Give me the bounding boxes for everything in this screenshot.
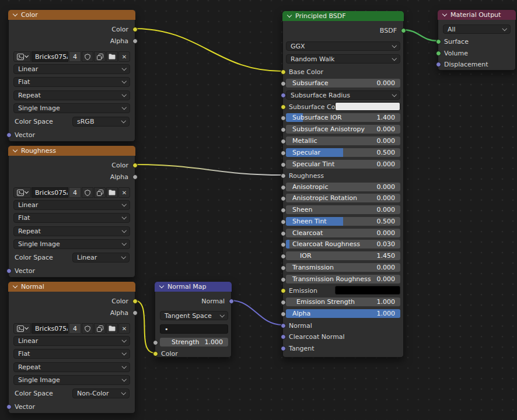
collapse-chevron-icon[interactable] [13, 284, 18, 288]
strength-slider[interactable]: Strength 1.000 [160, 338, 228, 346]
socket-volume-input[interactable] [436, 51, 441, 56]
socket-sheen-input[interactable] [281, 208, 286, 213]
socket-transmission-input[interactable] [281, 265, 286, 271]
socket-vector-input[interactable] [6, 404, 12, 410]
socket-subsurface-ior-input[interactable] [281, 116, 286, 121]
transmission-slider[interactable]: Transmission 0.000 [286, 263, 400, 272]
color-space-select[interactable]: Non-Color [72, 388, 130, 398]
node-header[interactable]: Roughness [8, 146, 135, 156]
subsurface-method-select[interactable]: Random Walk [286, 54, 400, 64]
socket-anisotropic-rotation-input[interactable] [281, 196, 286, 201]
duplicate-button[interactable] [94, 51, 106, 62]
transmission-roughness-slider[interactable]: Transmission Roughness 0.000 [286, 275, 400, 284]
node-normal-map[interactable]: Normal Map Normal Tangent Space • Streng… [155, 282, 232, 358]
node-header[interactable]: Normal Map [155, 282, 232, 292]
collapse-chevron-icon[interactable] [442, 12, 447, 16]
node-header[interactable]: Normal [8, 282, 135, 292]
unlink-button[interactable]: ✕ [118, 323, 130, 334]
socket-normal-input[interactable] [281, 323, 286, 328]
image-browse-button[interactable] [13, 51, 31, 62]
fake-user-button[interactable] [82, 323, 93, 334]
socket-roughness-input[interactable] [281, 173, 286, 178]
sheen-slider[interactable]: Sheen 0.000 [286, 205, 400, 214]
socket-normal-output[interactable] [229, 299, 234, 304]
extension-select[interactable]: Repeat [13, 362, 130, 372]
socket-emission-input[interactable] [281, 288, 286, 293]
metallic-slider[interactable]: Metallic 0.000 [286, 136, 400, 145]
node-image-texture-color[interactable]: Color Color Alpha Bricks075A_... 4 [8, 10, 135, 142]
socket-surface-input[interactable] [436, 39, 441, 44]
socket-vector-input[interactable] [6, 268, 12, 274]
image-name-field[interactable]: Bricks075A_... [32, 51, 68, 62]
uv-map-field[interactable]: • [160, 324, 228, 334]
node-material-output[interactable]: Material Output All Surface Volume Displ… [438, 10, 516, 71]
link-bsdf-to-surface[interactable] [403, 30, 438, 41]
node-header[interactable]: Material Output [438, 10, 516, 20]
interpolation-select[interactable]: Linear [13, 64, 130, 74]
extension-select[interactable]: Repeat [13, 90, 130, 100]
socket-color-output[interactable] [132, 163, 138, 168]
color-space-select[interactable]: Linear [72, 253, 130, 262]
socket-color-output[interactable] [132, 299, 138, 304]
fake-user-button[interactable] [82, 187, 93, 198]
projection-select[interactable]: Flat [13, 77, 130, 87]
clearcoat-slider[interactable]: Clearcoat 0.000 [286, 229, 400, 237]
clearcoat-roughness-slider[interactable]: Clearcoat Roughness 0.030 [286, 240, 400, 249]
socket-alpha-output[interactable] [132, 310, 138, 316]
socket-tangent-input[interactable] [281, 346, 286, 351]
socket-vector-input[interactable] [6, 132, 12, 138]
socket-subsurface-radius-input[interactable] [281, 93, 286, 98]
socket-color-output[interactable] [132, 27, 138, 32]
node-header[interactable]: Color [8, 10, 135, 20]
collapse-chevron-icon[interactable] [159, 284, 164, 288]
collapse-chevron-icon[interactable] [13, 12, 18, 16]
socket-alpha-output[interactable] [132, 174, 138, 180]
duplicate-button[interactable] [94, 187, 106, 198]
source-select[interactable]: Single Image [13, 375, 130, 385]
socket-ior-input[interactable] [281, 254, 286, 259]
unlink-button[interactable]: ✕ [118, 187, 130, 198]
socket-displacement-input[interactable] [436, 62, 441, 67]
socket-anisotropic-input[interactable] [281, 185, 286, 190]
color-space-select[interactable]: sRGB [72, 117, 130, 127]
image-name-field[interactable]: Bricks075A_... [32, 323, 68, 334]
socket-specular-input[interactable] [281, 150, 286, 156]
target-select[interactable]: All [443, 24, 511, 34]
link-normaltex-to-normalmap[interactable] [134, 300, 155, 353]
socket-strength-input[interactable] [153, 340, 158, 345]
socket-metallic-input[interactable] [281, 139, 286, 144]
distribution-select[interactable]: GGX [286, 41, 400, 51]
space-select[interactable]: Tangent Space [160, 311, 228, 320]
projection-select[interactable]: Flat [13, 349, 130, 359]
sheen-tint-slider[interactable]: Sheen Tint 0.500 [286, 217, 400, 226]
open-image-button[interactable] [106, 51, 118, 62]
socket-color-input[interactable] [153, 351, 158, 356]
image-browse-button[interactable] [13, 323, 31, 334]
socket-subsurface-color-input[interactable] [281, 104, 286, 110]
link-normalmap-to-normal[interactable] [230, 300, 282, 325]
socket-alpha-output[interactable] [132, 38, 138, 44]
image-name-field[interactable]: Bricks075A_... [32, 187, 68, 198]
socket-transmission-roughness-input[interactable] [281, 277, 286, 282]
socket-clearcoat-normal-input[interactable] [281, 334, 286, 340]
interpolation-select[interactable]: Linear [13, 336, 130, 346]
socket-base-color-input[interactable] [281, 69, 286, 75]
users-count-button[interactable]: 4 [69, 51, 81, 62]
node-header[interactable]: Principled BSDF [282, 11, 404, 21]
emission-strength-field[interactable]: Emission Strength 1.000 [286, 298, 400, 306]
anisotropic-rotation-slider[interactable]: Anisotropic Rotation 0.000 [286, 194, 400, 202]
specular-slider[interactable]: Specular 0.500 [286, 148, 400, 157]
link-roughness-to-roughness[interactable] [134, 164, 282, 175]
open-image-button[interactable] [106, 323, 118, 334]
link-color-to-basecolor[interactable] [134, 29, 282, 71]
users-count-button[interactable]: 4 [69, 187, 81, 198]
subsurface-color-swatch[interactable] [335, 102, 400, 111]
socket-clearcoat-input[interactable] [281, 231, 286, 236]
anisotropic-slider[interactable]: Anisotropic 0.000 [286, 183, 400, 191]
source-select[interactable]: Single Image [13, 239, 130, 249]
socket-sheen-tint-input[interactable] [281, 219, 286, 225]
alpha-slider[interactable]: Alpha 1.000 [286, 309, 400, 318]
socket-specular-tint-input[interactable] [281, 162, 286, 167]
node-image-texture-normal[interactable]: Normal Color Alpha Bricks075A_... 4 [8, 282, 135, 414]
open-image-button[interactable] [106, 187, 118, 198]
